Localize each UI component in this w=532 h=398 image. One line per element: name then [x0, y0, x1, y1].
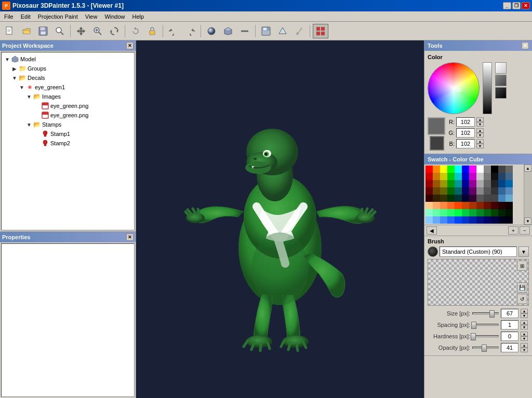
- swatch-cell[interactable]: [476, 166, 484, 173]
- r-up[interactable]: ▲: [476, 117, 484, 122]
- tree-view[interactable]: ▼ Model ▶ 📁 Groups ▼ 📂: [1, 52, 135, 230]
- g-input[interactable]: [456, 128, 475, 138]
- opacity-down[interactable]: ▼: [521, 348, 528, 352]
- tree-item-eye-green1[interactable]: ▼ ★ eye_green1: [3, 83, 133, 92]
- menu-window[interactable]: Window: [101, 12, 128, 21]
- swatch-cell[interactable]: [476, 187, 484, 195]
- cube-tool[interactable]: [220, 24, 236, 38]
- tree-item-decals[interactable]: ▼ 📂 Decals: [3, 73, 133, 83]
- swatch-cell[interactable]: [425, 195, 433, 202]
- opacity-up[interactable]: ▲: [521, 343, 528, 348]
- size-slider-thumb[interactable]: [489, 310, 495, 318]
- swatch-cell[interactable]: [455, 195, 462, 202]
- toggle-model[interactable]: ▼: [4, 56, 11, 63]
- tree-item-stamp1[interactable]: Stamp1: [3, 129, 133, 139]
- swatch-cell[interactable]: [455, 209, 462, 216]
- swatch-scroll-up[interactable]: ▲: [524, 164, 531, 172]
- swatch-cell[interactable]: [469, 166, 476, 173]
- swatch-cell[interactable]: [506, 216, 513, 224]
- swatch-cell[interactable]: [425, 187, 433, 195]
- swatch-cell[interactable]: [476, 180, 484, 187]
- hardness-input[interactable]: [501, 332, 518, 341]
- swatch-cell[interactable]: [491, 166, 498, 173]
- swatch-cell[interactable]: [455, 216, 462, 224]
- grid-button[interactable]: [313, 24, 328, 38]
- swatch-cell[interactable]: [440, 173, 447, 180]
- swatch-cell[interactable]: [498, 216, 506, 224]
- b-input[interactable]: [456, 139, 475, 148]
- mid-swatch[interactable]: [495, 75, 507, 86]
- swatch-cell[interactable]: [498, 187, 506, 195]
- swatch-cell[interactable]: [440, 166, 447, 173]
- swatch-cell[interactable]: [484, 216, 491, 224]
- toggle-images[interactable]: ▼: [25, 93, 33, 100]
- swatch-cell[interactable]: [462, 180, 469, 187]
- minimize-button[interactable]: _: [503, 2, 511, 9]
- swatch-cell[interactable]: [498, 195, 506, 202]
- swatch-scroll-down[interactable]: ▼: [524, 217, 531, 225]
- tree-item-model[interactable]: ▼ Model: [3, 54, 133, 64]
- swatch-cell[interactable]: [440, 209, 447, 216]
- size-up[interactable]: ▲: [521, 309, 528, 313]
- swatch-cell[interactable]: [447, 166, 455, 173]
- swatch-nav-left[interactable]: ◀: [427, 226, 437, 235]
- swatch-cell[interactable]: [491, 209, 498, 216]
- color-wheel[interactable]: [428, 62, 480, 114]
- brush-dropdown[interactable]: Standard (Custom) (90): [440, 246, 517, 257]
- swatch-cell[interactable]: [476, 195, 484, 202]
- swatch-cell[interactable]: [476, 216, 484, 224]
- swatch-cell[interactable]: [498, 180, 506, 187]
- swatch-cell[interactable]: [425, 166, 433, 173]
- swatch-cell[interactable]: [469, 216, 476, 224]
- swatch-cell[interactable]: [440, 187, 447, 195]
- swatch-cell[interactable]: [433, 166, 440, 173]
- swatch-cell[interactable]: [506, 187, 513, 195]
- tree-item-stamp2[interactable]: Stamp2: [3, 139, 133, 148]
- hardness-slider-track[interactable]: [472, 335, 499, 337]
- hardness-up[interactable]: ▲: [521, 332, 528, 336]
- menu-view[interactable]: View: [82, 12, 101, 21]
- foreground-color[interactable]: [428, 117, 445, 135]
- swatch-cell[interactable]: [455, 187, 462, 195]
- g-down[interactable]: ▼: [476, 133, 484, 138]
- swatch-cell[interactable]: [476, 209, 484, 216]
- swatch-remove[interactable]: −: [520, 226, 530, 235]
- size-slider-track[interactable]: [472, 312, 499, 314]
- r-down[interactable]: ▼: [476, 122, 484, 127]
- swatch-cell[interactable]: [506, 202, 513, 209]
- swatch-cell[interactable]: [491, 216, 498, 224]
- project-workspace-close[interactable]: ✕: [126, 42, 134, 49]
- size-down[interactable]: ▼: [521, 313, 528, 318]
- white-swatch[interactable]: [495, 62, 507, 74]
- swatch-cell[interactable]: [469, 187, 476, 195]
- swatch-cell[interactable]: [506, 173, 513, 180]
- b-down[interactable]: ▼: [476, 144, 484, 148]
- swatch-cell[interactable]: [498, 173, 506, 180]
- size-input[interactable]: [501, 309, 518, 318]
- b-up[interactable]: ▲: [476, 139, 484, 144]
- swatch-cell[interactable]: [469, 202, 476, 209]
- opacity-slider-track[interactable]: [472, 347, 499, 349]
- swatch-cell[interactable]: [491, 180, 498, 187]
- refresh-button[interactable]: [107, 24, 122, 38]
- swatch-cell[interactable]: [484, 209, 491, 216]
- swatch-cell[interactable]: [469, 180, 476, 187]
- r-input[interactable]: [456, 117, 475, 127]
- tree-item-eye-green-png-1[interactable]: eye_green.png: [3, 101, 133, 111]
- shape-tool[interactable]: [275, 24, 290, 38]
- swatch-cell[interactable]: [469, 173, 476, 180]
- swatch-cell[interactable]: [462, 202, 469, 209]
- rotate-tool[interactable]: [128, 24, 143, 38]
- undo-button[interactable]: [166, 24, 181, 38]
- menu-edit[interactable]: Edit: [18, 12, 34, 21]
- swatch-cell[interactable]: [491, 195, 498, 202]
- swatch-cell[interactable]: [484, 180, 491, 187]
- swatch-cell[interactable]: [476, 202, 484, 209]
- brush-reset-btn[interactable]: ↺: [517, 294, 527, 304]
- swatch-cell[interactable]: [447, 180, 455, 187]
- swatch-cell[interactable]: [462, 173, 469, 180]
- swatch-cell[interactable]: [491, 202, 498, 209]
- swatch-cell[interactable]: [425, 173, 433, 180]
- hardness-down[interactable]: ▼: [521, 336, 528, 341]
- swatch-cell[interactable]: [440, 195, 447, 202]
